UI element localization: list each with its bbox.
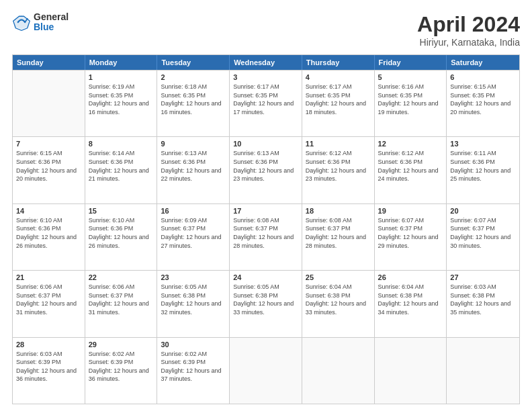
day-number: 7 (16, 140, 81, 148)
cal-row-4: 28Sunrise: 6:03 AMSunset: 6:39 PMDayligh… (13, 337, 519, 404)
cell-info: Sunrise: 6:12 AMSunset: 6:36 PMDaylight:… (378, 149, 443, 183)
day-number: 8 (89, 140, 154, 148)
cal-cell: 12Sunrise: 6:12 AMSunset: 6:36 PMDayligh… (375, 137, 447, 203)
day-number: 18 (306, 207, 371, 215)
cell-info: Sunrise: 6:14 AMSunset: 6:36 PMDaylight:… (89, 149, 154, 183)
cal-cell: 24Sunrise: 6:05 AMSunset: 6:38 PMDayligh… (230, 271, 302, 336)
cal-cell (302, 338, 375, 404)
cell-info: Sunrise: 6:10 AMSunset: 6:36 PMDaylight:… (89, 216, 154, 250)
cal-cell (447, 338, 519, 404)
calendar: SundayMondayTuesdayWednesdayThursdayFrid… (12, 54, 520, 404)
day-number: 19 (378, 207, 443, 215)
day-number: 24 (233, 273, 298, 281)
cal-cell: 9Sunrise: 6:13 AMSunset: 6:36 PMDaylight… (157, 137, 230, 203)
cell-info: Sunrise: 6:08 AMSunset: 6:37 PMDaylight:… (233, 216, 298, 250)
day-number: 28 (16, 340, 81, 349)
cal-cell: 26Sunrise: 6:04 AMSunset: 6:38 PMDayligh… (375, 271, 447, 336)
cal-cell: 29Sunrise: 6:02 AMSunset: 6:39 PMDayligh… (85, 338, 158, 404)
cal-cell: 8Sunrise: 6:14 AMSunset: 6:36 PMDaylight… (85, 137, 158, 203)
cell-info: Sunrise: 6:13 AMSunset: 6:36 PMDaylight:… (233, 149, 298, 183)
cal-cell: 1Sunrise: 6:19 AMSunset: 6:35 PMDaylight… (85, 71, 158, 136)
cal-cell: 5Sunrise: 6:16 AMSunset: 6:35 PMDaylight… (375, 71, 447, 136)
cell-info: Sunrise: 6:15 AMSunset: 6:35 PMDaylight:… (450, 83, 516, 116)
cal-cell: 7Sunrise: 6:15 AMSunset: 6:36 PMDaylight… (13, 137, 85, 203)
cal-cell: 11Sunrise: 6:12 AMSunset: 6:36 PMDayligh… (302, 137, 375, 203)
cell-info: Sunrise: 6:18 AMSunset: 6:35 PMDaylight:… (161, 83, 226, 116)
day-number: 16 (161, 207, 226, 215)
day-number: 11 (306, 140, 371, 148)
svg-marker-0 (15, 15, 29, 30)
day-number: 26 (378, 273, 443, 281)
day-number: 21 (16, 273, 81, 281)
cal-cell: 15Sunrise: 6:10 AMSunset: 6:36 PMDayligh… (85, 204, 158, 270)
cell-info: Sunrise: 6:15 AMSunset: 6:36 PMDaylight:… (16, 149, 81, 183)
cell-info: Sunrise: 6:02 AMSunset: 6:39 PMDaylight:… (89, 350, 154, 383)
cal-cell: 6Sunrise: 6:15 AMSunset: 6:35 PMDaylight… (447, 71, 519, 136)
calendar-header: SundayMondayTuesdayWednesdayThursdayFrid… (13, 55, 519, 70)
day-number: 29 (89, 340, 154, 349)
cell-info: Sunrise: 6:12 AMSunset: 6:36 PMDaylight:… (306, 149, 371, 183)
day-number: 4 (306, 73, 371, 81)
cell-info: Sunrise: 6:07 AMSunset: 6:37 PMDaylight:… (378, 216, 443, 250)
cell-info: Sunrise: 6:19 AMSunset: 6:35 PMDaylight:… (89, 83, 154, 116)
day-number: 30 (161, 340, 226, 349)
day-number: 25 (306, 273, 371, 281)
day-number: 6 (450, 73, 516, 81)
day-number: 1 (89, 73, 154, 81)
header-day-sunday: Sunday (13, 55, 85, 70)
cell-info: Sunrise: 6:07 AMSunset: 6:37 PMDaylight:… (450, 216, 516, 250)
day-number: 13 (450, 140, 516, 148)
day-number: 14 (16, 207, 81, 215)
cal-cell: 3Sunrise: 6:17 AMSunset: 6:35 PMDaylight… (230, 71, 302, 136)
location: Hiriyur, Karnataka, India (417, 37, 520, 48)
cal-cell (13, 71, 85, 136)
cal-cell: 28Sunrise: 6:03 AMSunset: 6:39 PMDayligh… (13, 338, 85, 404)
day-number: 5 (378, 73, 443, 81)
cal-cell: 17Sunrise: 6:08 AMSunset: 6:37 PMDayligh… (230, 204, 302, 270)
cell-info: Sunrise: 6:02 AMSunset: 6:39 PMDaylight:… (161, 350, 226, 383)
cal-row-2: 14Sunrise: 6:10 AMSunset: 6:36 PMDayligh… (13, 203, 519, 270)
cell-info: Sunrise: 6:13 AMSunset: 6:36 PMDaylight:… (161, 149, 226, 183)
cell-info: Sunrise: 6:03 AMSunset: 6:38 PMDaylight:… (450, 283, 516, 316)
header-day-friday: Friday (375, 55, 447, 70)
header-day-wednesday: Wednesday (230, 55, 302, 70)
logo: General Blue (12, 12, 69, 33)
cell-info: Sunrise: 6:17 AMSunset: 6:35 PMDaylight:… (306, 83, 371, 116)
header-day-saturday: Saturday (447, 55, 519, 70)
logo-blue: Blue (34, 21, 54, 32)
cal-cell: 22Sunrise: 6:06 AMSunset: 6:37 PMDayligh… (85, 271, 158, 336)
cal-cell: 25Sunrise: 6:04 AMSunset: 6:38 PMDayligh… (302, 271, 375, 336)
cal-cell: 16Sunrise: 6:09 AMSunset: 6:37 PMDayligh… (157, 204, 230, 270)
month-title: April 2024 (417, 12, 520, 37)
cell-info: Sunrise: 6:17 AMSunset: 6:35 PMDaylight:… (233, 83, 298, 116)
header-day-tuesday: Tuesday (157, 55, 230, 70)
logo-general: General (34, 11, 69, 22)
day-number: 23 (161, 273, 226, 281)
cal-cell: 13Sunrise: 6:11 AMSunset: 6:36 PMDayligh… (447, 137, 519, 203)
cal-row-0: 1Sunrise: 6:19 AMSunset: 6:35 PMDaylight… (13, 70, 519, 136)
day-number: 12 (378, 140, 443, 148)
cal-row-3: 21Sunrise: 6:06 AMSunset: 6:37 PMDayligh… (13, 270, 519, 336)
cell-info: Sunrise: 6:09 AMSunset: 6:37 PMDaylight:… (161, 216, 226, 250)
cell-info: Sunrise: 6:08 AMSunset: 6:37 PMDaylight:… (306, 216, 371, 250)
cal-cell: 14Sunrise: 6:10 AMSunset: 6:36 PMDayligh… (13, 204, 85, 270)
cell-info: Sunrise: 6:05 AMSunset: 6:38 PMDaylight:… (161, 283, 226, 316)
cell-info: Sunrise: 6:05 AMSunset: 6:38 PMDaylight:… (233, 283, 298, 316)
cal-cell: 20Sunrise: 6:07 AMSunset: 6:37 PMDayligh… (447, 204, 519, 270)
day-number: 2 (161, 73, 226, 81)
day-number: 20 (450, 207, 516, 215)
cal-cell (230, 338, 302, 404)
day-number: 10 (233, 140, 298, 148)
cell-info: Sunrise: 6:06 AMSunset: 6:37 PMDaylight:… (16, 283, 81, 316)
cal-cell: 19Sunrise: 6:07 AMSunset: 6:37 PMDayligh… (375, 204, 447, 270)
day-number: 17 (233, 207, 298, 215)
day-number: 9 (161, 140, 226, 148)
cal-cell: 10Sunrise: 6:13 AMSunset: 6:36 PMDayligh… (230, 137, 302, 203)
cal-cell: 2Sunrise: 6:18 AMSunset: 6:35 PMDaylight… (157, 71, 230, 136)
page: General Blue April 2024 Hiriyur, Karnata… (0, 0, 532, 411)
cal-cell: 27Sunrise: 6:03 AMSunset: 6:38 PMDayligh… (447, 271, 519, 336)
calendar-body: 1Sunrise: 6:19 AMSunset: 6:35 PMDaylight… (13, 70, 519, 404)
cal-cell: 18Sunrise: 6:08 AMSunset: 6:37 PMDayligh… (302, 204, 375, 270)
day-number: 3 (233, 73, 298, 81)
header: General Blue April 2024 Hiriyur, Karnata… (12, 12, 520, 48)
